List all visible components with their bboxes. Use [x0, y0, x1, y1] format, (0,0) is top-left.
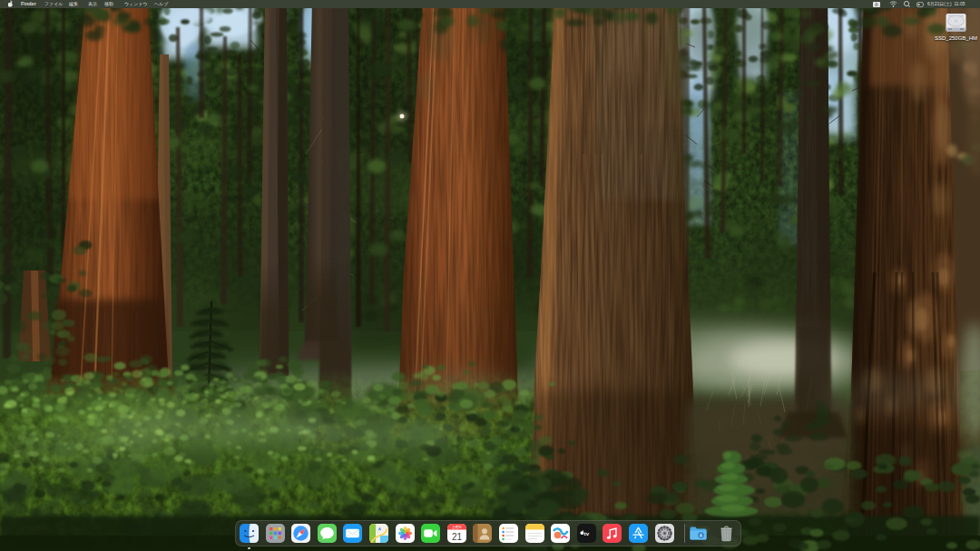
svg-text:土曜日: 土曜日 — [452, 526, 462, 529]
svg-text:tv: tv — [583, 530, 589, 536]
svg-text:21: 21 — [452, 532, 463, 542]
